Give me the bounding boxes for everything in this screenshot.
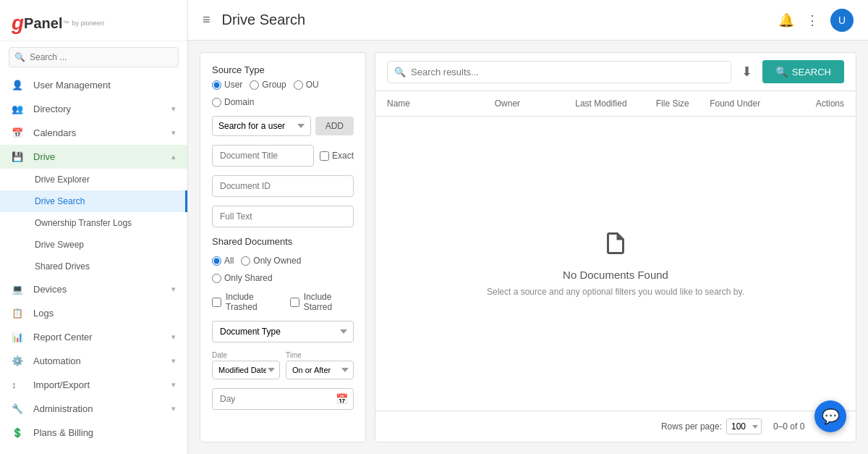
results-footer: Rows per page: 100 50 25 0–0 of 0 ‹ › <box>375 411 856 442</box>
shared-only-owned[interactable]: Only Owned <box>241 256 301 266</box>
sidebar-item-logs[interactable]: 📋 Logs <box>0 301 187 325</box>
shared-all[interactable]: All <box>212 256 234 266</box>
search-icon: 🔍 <box>14 52 25 62</box>
sidebar-item-drive-sweep[interactable]: Drive Sweep <box>0 234 187 256</box>
shared-only-shared[interactable]: Only Shared <box>212 273 273 283</box>
exact-checkbox[interactable] <box>320 151 329 161</box>
shared-shared-radio[interactable] <box>212 274 221 283</box>
source-user-radio[interactable] <box>212 80 221 90</box>
results-empty-state: No Documents Found Select a source and a… <box>375 117 856 411</box>
search-button[interactable]: 🔍 SEARCH <box>762 60 844 83</box>
search-button-label: SEARCH <box>792 67 831 77</box>
source-domain-radio[interactable] <box>212 98 221 107</box>
time-select[interactable]: On or After On or Before On <box>286 361 354 379</box>
calendar-icon[interactable]: 📅 <box>336 393 348 405</box>
logo-by: by pioneerr <box>72 20 104 27</box>
source-ou-label: OU <box>306 80 319 90</box>
search-icon: 🔍 <box>394 67 406 77</box>
day-input[interactable] <box>212 388 354 410</box>
import-icon: ↕️ <box>12 379 26 390</box>
source-type-group[interactable]: Group <box>250 80 286 90</box>
more-options-icon[interactable]: ⋮ <box>806 12 819 28</box>
shared-all-label: All <box>224 256 234 266</box>
automation-icon: ⚙️ <box>12 356 26 366</box>
date-type-select[interactable]: Modified Date Created Date Last Opened <box>212 361 280 379</box>
notification-icon[interactable]: 🔔 <box>778 12 794 28</box>
results-header: 🔍 ⬇ 🔍 SEARCH <box>375 53 856 91</box>
user-search-select[interactable]: Search for a user <box>212 116 311 136</box>
sidebar-item-administration[interactable]: 🔧 Administration ▾ <box>0 397 187 421</box>
logo-tm: ™ <box>62 20 69 27</box>
include-trashed-text: Include Trashed <box>226 292 278 312</box>
download-icon[interactable]: ⬇ <box>739 61 755 83</box>
page-title: Drive Search <box>222 12 306 28</box>
shared-radio-group: All Only Owned Only Shared <box>212 256 354 283</box>
sub-nav-label: Ownership Transfer Logs <box>35 218 132 228</box>
source-ou-radio[interactable] <box>294 80 303 90</box>
device-icon: 💻 <box>12 284 26 295</box>
avatar[interactable]: U <box>830 9 854 32</box>
column-owner: Owner <box>495 98 576 109</box>
include-starred-label[interactable]: Include Starred <box>290 292 354 312</box>
sidebar-item-drive-explorer[interactable]: Drive Explorer <box>0 169 187 190</box>
sidebar-item-devices[interactable]: 💻 Devices ▾ <box>0 277 187 301</box>
chevron-down-icon: ▾ <box>171 380 176 390</box>
admin-icon: 🔧 <box>12 403 26 414</box>
sidebar-item-calendars[interactable]: 📅 Calendars ▾ <box>0 121 187 145</box>
sidebar-item-label: Administration <box>33 403 171 414</box>
chevron-down-icon: ▾ <box>171 128 176 138</box>
source-type-user[interactable]: User <box>212 80 242 90</box>
sidebar-item-drive[interactable]: 💾 Drive ▴ <box>0 145 187 169</box>
source-group-label: Group <box>262 80 286 90</box>
sidebar: gPanel™ by pioneerr 🔍 👤 User Management … <box>0 0 188 454</box>
sidebar-item-directory[interactable]: 👥 Directory ▾ <box>0 97 187 121</box>
sub-nav-label: Drive Search <box>35 196 85 206</box>
document-id-input[interactable] <box>212 175 354 197</box>
chat-fab-button[interactable]: 💬 <box>814 400 846 432</box>
exact-label: Exact <box>332 151 354 161</box>
exact-checkbox-label[interactable]: Exact <box>320 151 354 161</box>
document-title-row: Exact <box>212 145 354 167</box>
results-table-header: Name Owner Last Modified File Size Found… <box>375 91 856 117</box>
date-row: Date Modified Date Created Date Last Ope… <box>212 351 354 379</box>
full-text-input[interactable] <box>212 206 354 227</box>
topbar: ≡ Drive Search 🔔 ⋮ U <box>188 0 868 41</box>
shared-documents-section: Shared Documents All Only Owned Only Sha… <box>212 236 354 283</box>
sidebar-item-drive-search[interactable]: Drive Search <box>0 190 187 212</box>
include-trashed-checkbox[interactable] <box>212 298 221 307</box>
sidebar-item-import-export[interactable]: ↕️ Import/Export ▾ <box>0 373 187 397</box>
sidebar-item-report-center[interactable]: 📊 Report Center ▾ <box>0 325 187 349</box>
include-starred-checkbox[interactable] <box>290 298 299 307</box>
rows-per-page-select[interactable]: 100 50 25 <box>726 419 762 434</box>
chevron-down-icon: ▾ <box>171 404 176 413</box>
sidebar-item-label: Directory <box>33 104 171 114</box>
shared-all-radio[interactable] <box>212 256 221 266</box>
logo-g: g <box>12 12 24 35</box>
sidebar-item-shared-drives[interactable]: Shared Drives <box>0 256 187 277</box>
source-type-ou[interactable]: OU <box>294 80 319 90</box>
sidebar-item-plans-billing[interactable]: 💲 Plans & Billing <box>0 421 187 445</box>
add-button[interactable]: ADD <box>315 117 354 135</box>
shared-only-shared-label: Only Shared <box>224 273 273 283</box>
document-type-select[interactable]: Document Type <box>212 321 354 342</box>
chevron-up-icon: ▴ <box>171 152 176 161</box>
empty-subtitle: Select a source and any optional filters… <box>487 287 744 297</box>
sidebar-item-label: User Management <box>33 80 176 91</box>
search-input-wrapper: 🔍 <box>387 61 731 83</box>
sidebar-item-user-management[interactable]: 👤 User Management <box>0 73 187 97</box>
source-type-domain[interactable]: Domain <box>212 97 254 107</box>
include-trashed-label[interactable]: Include Trashed <box>212 292 278 312</box>
sidebar-item-ownership-transfer-logs[interactable]: Ownership Transfer Logs <box>0 212 187 234</box>
results-panel: 🔍 ⬇ 🔍 SEARCH Name Owner Last Modified Fi… <box>375 52 856 442</box>
sidebar-item-label: Drive <box>33 151 171 162</box>
hamburger-menu-icon[interactable]: ≡ <box>203 12 210 28</box>
source-group-radio[interactable] <box>250 80 259 90</box>
sidebar-item-label: Devices <box>33 284 171 295</box>
sidebar-item-automation[interactable]: ⚙️ Automation ▾ <box>0 349 187 373</box>
document-title-input[interactable] <box>212 145 314 167</box>
sidebar-search-input[interactable] <box>9 47 179 67</box>
sidebar-item-label: Import/Export <box>33 379 171 390</box>
shared-owned-radio[interactable] <box>241 256 250 266</box>
results-search-input[interactable] <box>387 61 731 83</box>
source-domain-label: Domain <box>224 97 254 107</box>
